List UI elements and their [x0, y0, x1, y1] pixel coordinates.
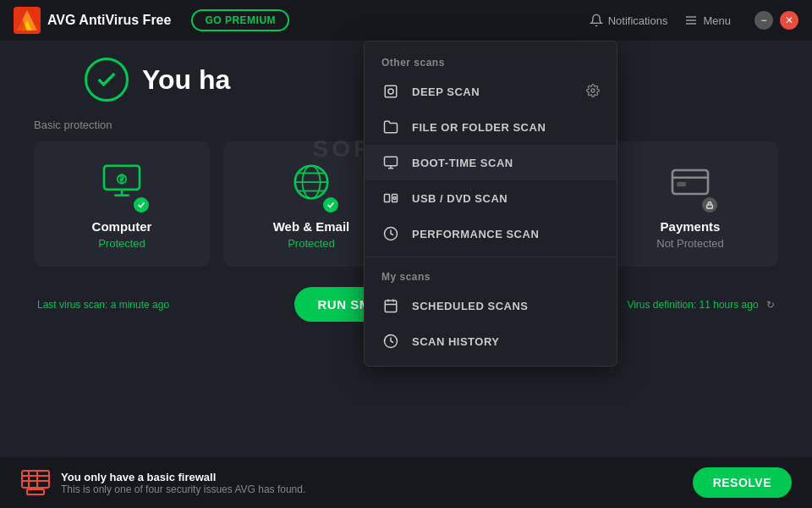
last-scan-time: a minute ago	[111, 299, 169, 311]
notifications-button[interactable]: Notifications	[590, 14, 668, 27]
computer-check-badge	[134, 197, 149, 213]
avg-logo-icon	[14, 7, 41, 34]
titlebar: AVG AntiVirus Free GO PREMIUM Notificati…	[0, 0, 812, 41]
file-folder-scan-icon	[381, 118, 400, 136]
svg-rect-44	[27, 489, 44, 494]
svg-rect-34	[385, 301, 397, 312]
deep-scan-gear-icon[interactable]	[586, 84, 600, 100]
menu-button[interactable]: Menu	[684, 14, 731, 27]
virus-def-time: 11 hours ago	[700, 299, 759, 311]
app-title: AVG AntiVirus Free	[47, 13, 171, 28]
file-folder-scan-item[interactable]: FILE OR FOLDER SCAN	[365, 109, 617, 145]
menu-icon	[684, 14, 698, 27]
payments-card[interactable]: Payments Not Protected	[602, 141, 778, 267]
resolve-button[interactable]: RESOLVE	[693, 467, 792, 498]
titlebar-right: Notifications Menu − ✕	[590, 11, 798, 30]
scheduled-scans-icon	[381, 296, 400, 315]
usb-dvd-scan-icon	[381, 189, 400, 207]
svg-point-32	[393, 197, 396, 200]
payments-card-title: Payments	[661, 219, 721, 234]
minimize-button[interactable]: −	[754, 11, 773, 30]
refresh-icon[interactable]: ↻	[766, 299, 775, 311]
deep-scan-item[interactable]: DEEP SCAN	[365, 74, 617, 109]
svg-rect-27	[385, 157, 398, 166]
deep-scan-label: DEEP SCAN	[412, 86, 480, 98]
scan-history-icon	[381, 332, 400, 351]
payments-card-status: Not Protected	[656, 237, 724, 250]
dropdown-menu: Other scans DEEP SCAN FILE OR FOLDER SCA…	[364, 41, 617, 367]
payments-icon-wrap	[667, 158, 714, 209]
boot-time-scan-icon	[381, 153, 400, 172]
usb-dvd-scan-label: USB / DVD SCAN	[412, 192, 508, 205]
bell-icon	[590, 14, 603, 27]
status-circle	[85, 58, 129, 102]
scheduled-scans-label: SCHEDULED SCANS	[412, 300, 529, 312]
my-scans-label: My scans	[365, 262, 617, 288]
bottom-bar: You only have a basic firewall This is o…	[0, 457, 812, 508]
computer-card[interactable]: Computer Protected	[34, 141, 210, 267]
web-email-icon-wrap	[288, 158, 335, 209]
svg-rect-30	[385, 195, 390, 202]
status-text: You ha	[142, 64, 230, 96]
performance-scan-label: PERFORMANCE SCAN	[412, 228, 539, 240]
close-button[interactable]: ✕	[780, 11, 798, 30]
scheduled-scans-item[interactable]: SCHEDULED SCANS	[365, 288, 617, 323]
svg-point-25	[388, 89, 393, 94]
computer-card-status: Protected	[98, 237, 145, 250]
firewall-icon	[20, 467, 51, 498]
performance-scan-icon	[381, 224, 400, 243]
performance-scan-item[interactable]: PERFORMANCE SCAN	[365, 216, 617, 251]
window-controls: − ✕	[754, 11, 798, 30]
deep-scan-icon	[381, 82, 400, 101]
svg-point-26	[591, 89, 595, 92]
scan-history-item[interactable]: SCAN HISTORY	[365, 323, 617, 359]
svg-rect-23	[707, 205, 713, 208]
bottom-bar-subtitle: This is only one of four security issues…	[61, 483, 683, 495]
boot-time-scan-item[interactable]: BOOT-TIME SCAN	[365, 145, 617, 180]
boot-time-scan-label: BOOT-TIME SCAN	[412, 157, 513, 169]
bottom-text: You only have a basic firewall This is o…	[61, 471, 683, 495]
computer-card-title: Computer	[92, 219, 152, 234]
svg-rect-22	[677, 182, 686, 186]
payments-lock-badge	[702, 197, 717, 213]
last-scan-info: Last virus scan: a minute ago	[37, 299, 169, 311]
logo-area: AVG AntiVirus Free GO PREMIUM	[14, 7, 289, 34]
usb-dvd-scan-item[interactable]: USB / DVD SCAN	[365, 180, 617, 216]
file-folder-scan-label: FILE OR FOLDER SCAN	[412, 121, 546, 134]
svg-rect-24	[385, 86, 397, 97]
web-email-card-status: Protected	[288, 237, 335, 250]
web-email-check-badge	[323, 197, 338, 213]
scan-history-label: SCAN HISTORY	[412, 335, 500, 348]
dropdown-divider	[365, 257, 617, 257]
virus-definition-info: Virus definition: 11 hours ago ↻	[627, 299, 775, 311]
bottom-bar-title: You only have a basic firewall	[61, 471, 683, 483]
go-premium-button[interactable]: GO PREMIUM	[191, 9, 289, 31]
web-email-card-title: Web & Email	[273, 219, 350, 234]
svg-rect-39	[22, 471, 49, 488]
computer-icon-wrap	[98, 158, 145, 209]
check-icon	[95, 68, 118, 91]
other-scans-label: Other scans	[365, 48, 617, 74]
